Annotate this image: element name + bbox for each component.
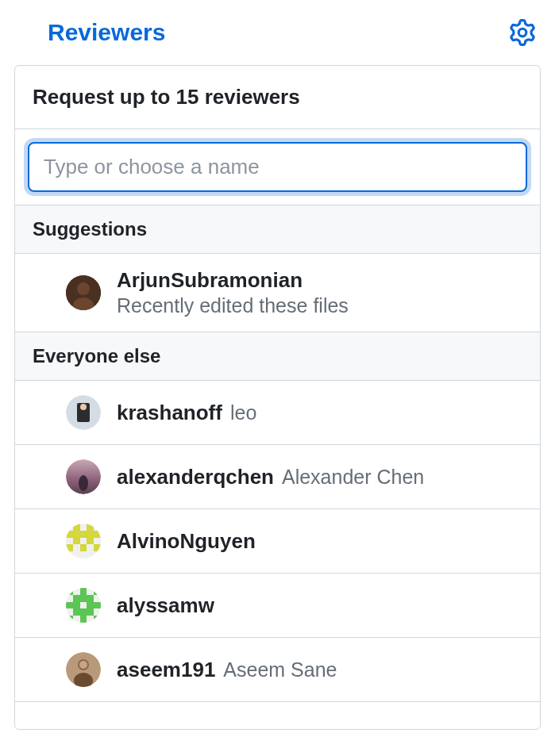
suggestions-header: Suggestions (15, 205, 540, 254)
username: AlvinoNguyen (117, 529, 256, 554)
avatar (66, 588, 101, 623)
username: alyssamw (117, 593, 214, 618)
subtitle: Recently edited these files (117, 294, 349, 317)
gear-icon[interactable] (509, 19, 536, 46)
avatar (66, 524, 101, 558)
list-item[interactable]: krashanoff leo (15, 381, 540, 445)
reviewers-panel: Request up to 15 reviewers Suggestions A… (14, 65, 541, 730)
svg-point-1 (77, 282, 90, 295)
item-text: alyssamw (117, 593, 222, 618)
reviewers-title[interactable]: Reviewers (48, 19, 165, 46)
item-text: krashanoff leo (117, 401, 256, 425)
display-name: Aseem Sane (223, 658, 337, 681)
suggestion-item[interactable]: ArjunSubramonian Recently edited these f… (15, 254, 540, 332)
display-name: Alexander Chen (282, 466, 424, 489)
username: ArjunSubramonian (117, 268, 349, 293)
avatar (66, 275, 101, 310)
list-item[interactable]: aseem191 Aseem Sane (15, 638, 540, 702)
scroll-area[interactable]: Suggestions ArjunSubramonian Recently ed… (15, 205, 540, 729)
header-row: Reviewers (0, 0, 555, 65)
item-text: alexanderqchen Alexander Chen (117, 465, 424, 489)
avatar (66, 395, 101, 430)
svg-point-7 (79, 475, 88, 491)
username: alexanderqchen (117, 465, 274, 489)
scroll-spacer (15, 702, 540, 729)
item-text: aseem191 Aseem Sane (117, 658, 337, 682)
username: aseem191 (117, 658, 215, 682)
panel-title: Request up to 15 reviewers (15, 66, 540, 129)
username: krashanoff (117, 401, 222, 425)
list-item[interactable]: alyssamw (15, 574, 540, 638)
search-wrapper (15, 129, 540, 205)
list-item[interactable]: alexanderqchen Alexander Chen (15, 445, 540, 509)
list-item[interactable]: AlvinoNguyen (15, 509, 540, 574)
avatar (66, 459, 101, 494)
svg-point-11 (79, 661, 87, 669)
everyone-else-header: Everyone else (15, 332, 540, 381)
identicon-icon (66, 588, 101, 623)
display-name: leo (230, 401, 256, 424)
identicon-icon (66, 524, 101, 558)
item-text: ArjunSubramonian Recently edited these f… (117, 268, 349, 317)
svg-point-5 (80, 404, 87, 410)
search-input[interactable] (28, 142, 527, 192)
avatar (66, 652, 101, 687)
item-text: AlvinoNguyen (117, 529, 264, 554)
